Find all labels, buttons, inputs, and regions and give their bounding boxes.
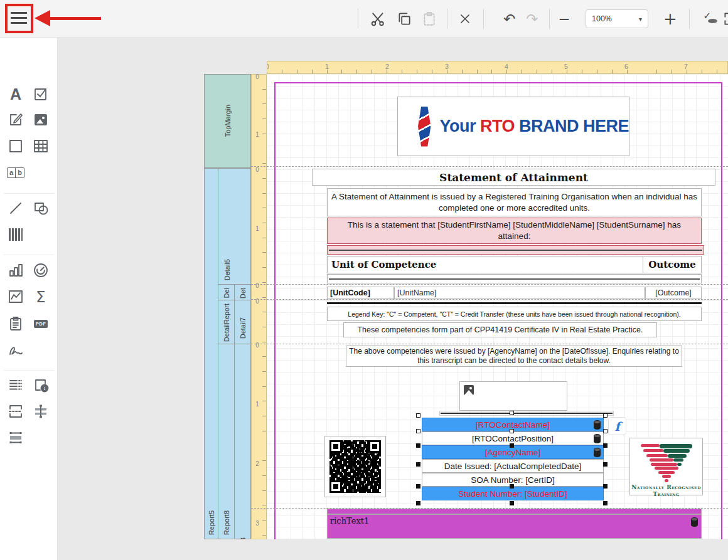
statement-highlight-label[interactable]: This is a statement that [StudentFirstNa… xyxy=(327,218,702,244)
ruler-number: 1 xyxy=(252,131,263,138)
qr-code-element[interactable] xyxy=(324,436,386,497)
band-detail8[interactable]: 8 xyxy=(234,344,251,539)
toolbox-label-tool[interactable]: A xyxy=(5,83,26,105)
toolbox-page-break-tool[interactable] xyxy=(5,401,26,422)
qualification-note-label[interactable]: These competencies form part of CPP41419… xyxy=(343,322,657,337)
richtext-element[interactable]: richText1 xyxy=(327,514,702,539)
selection-handle[interactable] xyxy=(510,443,514,448)
table-header-unit[interactable]: Unit of Competence xyxy=(328,256,643,273)
toolbox-pdf-content-tool[interactable]: PDF xyxy=(30,313,51,334)
selection-handle[interactable] xyxy=(603,501,608,505)
brand-word: BRAND HERE xyxy=(519,117,629,135)
page-margin-line-left xyxy=(274,82,276,539)
selection-handle[interactable] xyxy=(416,462,420,467)
cross-band-box-icon xyxy=(8,430,24,446)
line-element[interactable] xyxy=(327,274,702,283)
selection-handle[interactable] xyxy=(510,501,514,505)
signature-picture-box[interactable] xyxy=(459,381,567,411)
zoom-in-button[interactable]: + xyxy=(660,9,680,29)
unit-name-field[interactable]: [UnitName] xyxy=(394,287,645,299)
outcome-field[interactable]: [Outcome] xyxy=(645,287,702,299)
toolbox-toc-tool[interactable] xyxy=(5,374,26,396)
selection-handle[interactable] xyxy=(603,429,608,433)
table-header-outcome[interactable]: Outcome xyxy=(643,256,701,273)
toolbox-table-tool[interactable] xyxy=(30,135,51,157)
highlighted-line-element[interactable] xyxy=(327,245,704,255)
band-detail7[interactable]: Detail7 xyxy=(234,300,251,344)
toolbox-sparkline-tool[interactable] xyxy=(5,286,26,307)
zoom-level-dropdown[interactable]: 100% ▾ xyxy=(586,9,648,28)
field-text: [UnitCode] xyxy=(330,288,370,297)
toolbox-gauge-tool[interactable] xyxy=(30,260,51,281)
statement-title-label[interactable]: Statement of Attainment xyxy=(312,169,715,186)
toolbox-panel-tool[interactable] xyxy=(5,135,26,157)
selection-handle[interactable] xyxy=(603,484,608,489)
band-top-margin[interactable]: TopMargin xyxy=(204,74,251,168)
selection-handle[interactable] xyxy=(603,443,608,448)
band-report8[interactable]: Report8 xyxy=(218,344,235,539)
selection-handle[interactable] xyxy=(510,484,514,489)
thick-line-element[interactable] xyxy=(327,302,702,304)
field-text: [UnitName] xyxy=(397,288,437,297)
expression-button[interactable]: f xyxy=(608,417,626,435)
enquiries-note-label[interactable]: The above competencies were issued by [A… xyxy=(346,346,682,367)
toolbox-signature-tool[interactable] xyxy=(5,339,26,361)
table-header-row[interactable]: Unit of Competence Outcome xyxy=(327,256,702,273)
band-detailreport[interactable]: DetailReport xyxy=(218,300,235,344)
toolbox-checkbox-tool[interactable] xyxy=(30,83,51,105)
toolbox-barcode-tool[interactable] xyxy=(5,224,26,245)
richtext-band-strip[interactable] xyxy=(327,509,702,514)
toolbox-shape-tool[interactable] xyxy=(30,198,51,219)
delete-button[interactable] xyxy=(455,9,475,29)
intro-text-label[interactable]: A Statement of Attainment is issued by a… xyxy=(327,188,702,216)
toolbox-line-tool[interactable] xyxy=(5,198,26,219)
toolbox-chart-tool[interactable] xyxy=(5,260,26,281)
selection-handle[interactable] xyxy=(603,413,608,418)
selection-handle[interactable] xyxy=(603,462,608,467)
nrt-caption-line: Training xyxy=(630,491,702,499)
selection-handle[interactable] xyxy=(416,429,420,433)
note-text: These competencies form part of CPP41419… xyxy=(357,325,643,334)
ruler-number: 0 xyxy=(252,282,263,289)
band-detail-c1[interactable]: Det xyxy=(234,284,251,300)
toolbox-character-comb-tool[interactable]: ab xyxy=(5,162,26,183)
toolbox-richtext-tool[interactable] xyxy=(5,109,26,130)
formula-icon: f xyxy=(614,420,619,433)
validate-data-button[interactable]: ✓ xyxy=(698,9,718,29)
toolbox-cross-band-box-tool[interactable] xyxy=(5,427,26,448)
band-report5[interactable]: Report5 xyxy=(204,168,218,539)
band-detail5[interactable]: Detail5 xyxy=(218,168,251,285)
selection-handle[interactable] xyxy=(416,501,420,505)
date-issued-field[interactable]: Date Issued: [ActualCompletedDate] xyxy=(422,459,604,473)
signature-line-element[interactable] xyxy=(439,411,614,416)
menu-button[interactable] xyxy=(11,12,27,26)
selection-handle[interactable] xyxy=(416,413,420,418)
toolbox-cross-band-line-tool[interactable] xyxy=(30,401,51,422)
nrt-logo-picture-box[interactable]: Nationally Recognised Training xyxy=(629,438,703,495)
zoom-out-button[interactable]: − xyxy=(554,9,574,29)
paste-button[interactable] xyxy=(419,9,439,29)
fullscreen-button[interactable] xyxy=(720,9,728,29)
band-detail-b1[interactable]: Del xyxy=(218,284,235,300)
field-text: [AgencyName] xyxy=(485,448,541,457)
toolbox-pageinfo-tool[interactable] xyxy=(5,313,26,334)
selection-handle[interactable] xyxy=(510,429,514,433)
unit-code-field[interactable]: [UnitCode] xyxy=(327,287,394,299)
rto-logo-picture-box[interactable]: Your RTO BRAND HERE xyxy=(397,97,629,156)
selection-handle[interactable] xyxy=(416,443,420,448)
copy-button[interactable] xyxy=(394,9,414,29)
selection-handle[interactable] xyxy=(510,411,514,415)
legend-key-label[interactable]: Legend Key: "C" = Competent, "CT" = Cred… xyxy=(327,307,702,321)
toolbox-picture-tool[interactable] xyxy=(30,109,51,130)
nrt-triangle-icon xyxy=(630,444,702,482)
student-number-field[interactable]: Student Number: [StudentID] xyxy=(422,487,604,500)
band-label: 8 xyxy=(239,537,247,539)
toolbox-summary-tool[interactable]: Σ xyxy=(30,286,51,307)
cut-button[interactable] xyxy=(368,9,388,29)
toolbox-page-info-tool[interactable]: i xyxy=(30,374,51,396)
undo-button[interactable]: ↶ xyxy=(500,9,520,29)
redo-button[interactable]: ↷ xyxy=(522,9,542,29)
chevron-down-icon: ▾ xyxy=(639,16,642,23)
scissors-icon xyxy=(370,11,386,27)
selection-handle[interactable] xyxy=(416,484,420,489)
